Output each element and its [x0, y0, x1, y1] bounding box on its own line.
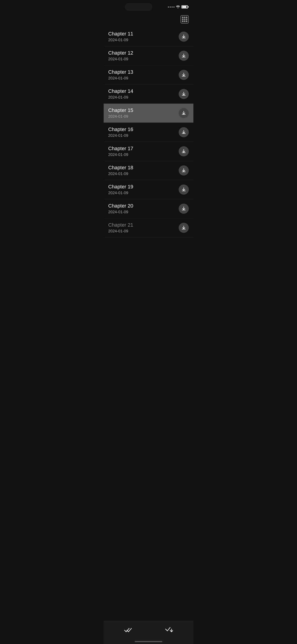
grid-dot: [184, 20, 186, 22]
download-icon: [182, 168, 186, 173]
download-icon: [182, 34, 186, 39]
chapter-title: Chapter 13: [108, 69, 133, 75]
chapter-date: 2024-01-09: [108, 95, 133, 100]
chapter-title: Chapter 14: [108, 88, 133, 94]
list-item[interactable]: Chapter 142024-01-09: [104, 84, 194, 104]
grid-dot: [184, 19, 186, 20]
chapter-date: 2024-01-09: [108, 57, 133, 62]
list-item[interactable]: Chapter 162024-01-09: [104, 123, 194, 142]
chapter-info: Chapter 182024-01-09: [108, 165, 133, 176]
chapter-date: 2024-01-09: [108, 191, 133, 195]
download-button[interactable]: [179, 204, 189, 214]
grid-dot: [186, 16, 188, 18]
list-item[interactable]: Chapter 132024-01-09: [104, 66, 194, 84]
grid-dot: [182, 16, 184, 18]
download-icon: [182, 72, 186, 77]
battery-icon: [182, 5, 188, 8]
download-button[interactable]: [179, 51, 189, 61]
nav-bar: [104, 12, 194, 27]
chapter-title: Chapter 16: [108, 126, 133, 132]
chapter-info: Chapter 162024-01-09: [108, 126, 133, 138]
download-icon: [182, 92, 186, 96]
chapter-info: Chapter 122024-01-09: [108, 50, 133, 62]
chapter-info: Chapter 112024-01-09: [108, 31, 133, 42]
list-item[interactable]: Chapter 112024-01-09: [104, 27, 194, 46]
download-icon: [182, 111, 186, 116]
chapter-date: 2024-01-09: [108, 76, 133, 80]
download-button[interactable]: [179, 223, 189, 233]
chapter-date: 2024-01-09: [108, 210, 133, 214]
chapter-date: 2024-01-09: [108, 133, 133, 138]
wifi-icon: [176, 5, 180, 9]
chapter-title: Chapter 11: [108, 31, 133, 37]
chapter-info: Chapter 142024-01-09: [108, 88, 133, 100]
chapter-date: 2024-01-09: [108, 172, 133, 176]
download-icon: [182, 206, 186, 211]
download-icon: [182, 130, 186, 134]
download-button[interactable]: [179, 184, 189, 195]
chapter-title: Chapter 19: [108, 184, 133, 190]
select-all-button[interactable]: [180, 15, 189, 24]
chapter-date: 2024-01-09: [108, 229, 133, 234]
list-item[interactable]: Chapter 202024-01-09: [104, 199, 194, 218]
download-button[interactable]: [179, 166, 189, 176]
download-icon: [182, 54, 186, 58]
download-button[interactable]: [179, 70, 189, 80]
grid-dot: [184, 16, 186, 18]
grid-dot: [182, 19, 184, 20]
download-button[interactable]: [179, 146, 189, 156]
chapter-title: Chapter 21: [108, 222, 133, 228]
chapter-info: Chapter 202024-01-09: [108, 203, 133, 214]
list-item[interactable]: Chapter 182024-01-09: [104, 161, 194, 180]
chapter-title: Chapter 18: [108, 165, 133, 171]
status-right: [168, 5, 188, 9]
status-bar: [104, 0, 194, 12]
chapter-title: Chapter 20: [108, 203, 133, 209]
chapter-info: Chapter 132024-01-09: [108, 69, 133, 80]
signal-icon: [168, 6, 174, 8]
download-icon: [182, 149, 186, 154]
list-item[interactable]: Chapter 172024-01-09: [104, 142, 194, 161]
dynamic-island: [125, 3, 152, 11]
chapter-title: Chapter 12: [108, 50, 133, 56]
grid-dot: [186, 20, 188, 22]
chapter-list: Chapter 112024-01-09 Chapter 122024-01-0…: [104, 27, 194, 238]
list-item[interactable]: Chapter 152024-01-09: [104, 104, 194, 123]
download-icon: [182, 226, 186, 230]
chapter-info: Chapter 212024-01-09: [108, 222, 133, 234]
chapter-info: Chapter 152024-01-09: [108, 107, 133, 119]
download-button[interactable]: [179, 127, 189, 137]
chapter-date: 2024-01-09: [108, 152, 133, 157]
chapter-info: Chapter 172024-01-09: [108, 146, 133, 157]
chapter-date: 2024-01-09: [108, 114, 133, 119]
list-item[interactable]: Chapter 122024-01-09: [104, 46, 194, 66]
chapter-date: 2024-01-09: [108, 38, 133, 42]
chapter-title: Chapter 15: [108, 107, 133, 113]
download-button[interactable]: [179, 108, 189, 118]
chapter-info: Chapter 192024-01-09: [108, 184, 133, 195]
download-button[interactable]: [179, 32, 189, 42]
list-item[interactable]: Chapter 192024-01-09: [104, 180, 194, 199]
download-icon: [182, 187, 186, 192]
grid-dot: [186, 19, 188, 20]
grid-dot: [182, 20, 184, 22]
download-button[interactable]: [179, 89, 189, 99]
chapter-title: Chapter 17: [108, 146, 133, 152]
list-item[interactable]: Chapter 212024-01-09: [104, 218, 194, 238]
